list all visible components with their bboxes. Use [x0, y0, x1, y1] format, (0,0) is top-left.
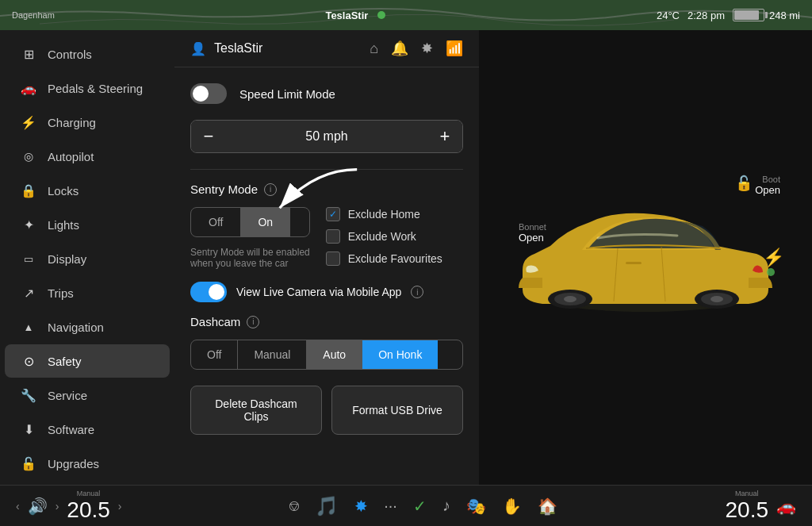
- panel-header-icons: ⌂ 🔔 ✸ 📶: [370, 40, 463, 57]
- safety-icon: ⊙: [21, 353, 36, 369]
- boot-label: Boot Open: [755, 175, 780, 196]
- media-icon[interactable]: 🎵: [315, 495, 339, 517]
- delete-dashcam-button[interactable]: Delete Dashcam Clips: [190, 386, 322, 435]
- live-camera-toggle[interactable]: [190, 282, 227, 302]
- software-icon: ⬇: [21, 421, 36, 437]
- hand-icon[interactable]: ✋: [502, 497, 522, 516]
- exclude-home-checkbox[interactable]: ✓: [326, 207, 340, 221]
- autopilot-icon: ◎: [21, 148, 36, 164]
- exclude-work-item[interactable]: Exclude Work: [326, 229, 442, 244]
- steering-icon[interactable]: ⎊: [289, 497, 299, 515]
- lights-icon: ✦: [21, 217, 36, 232]
- bonnet-status: Open: [519, 232, 546, 244]
- live-camera-info-icon[interactable]: i: [411, 286, 423, 298]
- volume-icon[interactable]: 🔊: [28, 497, 48, 516]
- car-bottom-icon[interactable]: 🚗: [776, 497, 796, 516]
- format-usb-button[interactable]: Format USB Drive: [331, 386, 463, 435]
- live-camera-row: View Live Camera via Mobile App i: [190, 282, 463, 302]
- home-icon[interactable]: ⌂: [370, 40, 378, 57]
- dashcam-info-icon[interactable]: i: [247, 316, 259, 328]
- right-chevron-vol[interactable]: ›: [56, 500, 59, 513]
- sidebar-label-safety: Safety: [48, 355, 82, 368]
- user-icon: 👤: [190, 41, 206, 56]
- exclude-favourites-checkbox[interactable]: [326, 251, 340, 266]
- sidebar-label-pedals: Pedals & Steering: [48, 82, 143, 95]
- battery-miles: 248 mi: [769, 10, 800, 21]
- bottom-bar: ‹ 🔊 › Manual 20.5 › ⎊ 🎵 ✸ ··· ✓ ♪ 🎭 ✋ 🏠 …: [0, 485, 812, 526]
- dashcam-manual-button[interactable]: Manual: [238, 340, 307, 369]
- sidebar-item-charging[interactable]: ⚡ Charging: [5, 106, 170, 139]
- sidebar-item-display[interactable]: ▭ Display: [5, 242, 170, 275]
- battery-indicator: 248 mi: [733, 9, 800, 21]
- panel-header-left: 👤 TeslaStir: [190, 41, 262, 56]
- wifi-icon[interactable]: 📶: [446, 40, 463, 57]
- sidebar-label-locks: Locks: [48, 184, 79, 198]
- dashcam-off-button[interactable]: Off: [191, 340, 238, 369]
- sidebar-item-trips[interactable]: ↗ Trips: [5, 276, 170, 309]
- sidebar-item-lights[interactable]: ✦ Lights: [5, 208, 170, 241]
- sidebar-item-service[interactable]: 🔧 Service: [5, 378, 170, 412]
- sentry-mode-label: Sentry Mode: [190, 182, 258, 196]
- speed-limit-toggle[interactable]: [190, 83, 227, 104]
- sidebar-item-controls[interactable]: ⊞ Controls: [5, 37, 170, 71]
- audio-icon[interactable]: 🎭: [466, 497, 486, 516]
- speed-limit-section: Speed Limit Mode: [190, 83, 463, 104]
- home-bottom-icon[interactable]: 🏠: [538, 497, 557, 516]
- bell-icon[interactable]: 🔔: [391, 40, 408, 57]
- speed-control: − 50 mph +: [190, 120, 463, 153]
- more-icon[interactable]: ···: [384, 497, 397, 515]
- sidebar-label-trips: Trips: [48, 286, 74, 300]
- sidebar-item-pedals[interactable]: 🚗 Pedals & Steering: [5, 71, 170, 105]
- sidebar-label-navigation: Navigation: [48, 321, 104, 334]
- sentry-row: Off On Sentry Mode will be enabledwhen y…: [190, 207, 463, 269]
- dashcam-honk-button[interactable]: On Honk: [362, 340, 438, 369]
- dashcam-label: Dashcam: [190, 315, 240, 328]
- left-temp-label: Manual: [77, 490, 101, 497]
- battery-bar: [733, 9, 764, 21]
- dashcam-section-title: Dashcam i: [190, 315, 463, 328]
- sentry-off-button[interactable]: Off: [191, 208, 240, 236]
- speed-limit-label: Speed Limit Mode: [239, 87, 335, 101]
- panel-header: 👤 TeslaStir ⌂ 🔔 ✸ 📶: [174, 30, 479, 67]
- exclude-work-checkbox[interactable]: [326, 229, 340, 244]
- right-temp: 20.5: [726, 497, 769, 523]
- sentry-checkboxes: ✓ Exclude Home Exclude Work Exclude Favo…: [326, 207, 442, 266]
- right-chevron-temp[interactable]: ›: [118, 500, 122, 513]
- exclude-home-item[interactable]: ✓ Exclude Home: [326, 207, 442, 221]
- exclude-home-label: Exclude Home: [348, 208, 420, 221]
- spotify-icon[interactable]: ♪: [442, 497, 450, 515]
- sidebar-item-autopilot[interactable]: ◎ Autopilot: [5, 140, 170, 173]
- sidebar-label-upgrades: Upgrades: [48, 457, 99, 470]
- battery-fill: [734, 10, 759, 20]
- sentry-buttons: Off On: [190, 207, 310, 237]
- sentry-on-button[interactable]: On: [240, 208, 290, 236]
- speed-decrease-button[interactable]: −: [191, 121, 226, 152]
- sidebar-item-software[interactable]: ⬇ Software: [5, 413, 170, 446]
- sidebar-label-controls: Controls: [48, 48, 92, 61]
- sidebar-item-locks[interactable]: 🔒 Locks: [5, 174, 170, 207]
- dashcam-auto-button[interactable]: Auto: [307, 340, 362, 369]
- upgrades-icon: 🔓: [21, 455, 36, 471]
- sidebar-item-safety[interactable]: ⊙ Safety: [5, 344, 170, 378]
- sentry-info-icon[interactable]: i: [264, 183, 277, 196]
- bluetooth-icon[interactable]: ✸: [421, 40, 433, 57]
- green-dot: [377, 11, 385, 19]
- sidebar-item-upgrades[interactable]: 🔓 Upgrades: [5, 447, 170, 480]
- bonnet-label: Bonnet Open: [519, 222, 546, 244]
- bluetooth-bottom-icon[interactable]: ✸: [354, 497, 368, 516]
- sidebar-item-navigation[interactable]: ▲ Navigation: [5, 310, 170, 344]
- left-chevron[interactable]: ‹: [16, 500, 20, 513]
- panel-content: Speed Limit Mode − 50 mph + Sentry Mode …: [174, 67, 479, 451]
- bottom-left: ‹ 🔊 › Manual 20.5 ›: [16, 490, 122, 523]
- exclude-favourites-item[interactable]: Exclude Favourites: [326, 251, 442, 266]
- sentry-mode-section: Sentry Mode i: [190, 182, 463, 196]
- exclude-favourites-label: Exclude Favourites: [348, 252, 442, 265]
- sentry-note: Sentry Mode will be enabledwhen you leav…: [190, 247, 310, 269]
- svg-rect-8: [626, 262, 642, 264]
- sidebar: ⊞ Controls 🚗 Pedals & Steering ⚡ Chargin…: [0, 30, 174, 485]
- time: 2:28 pm: [688, 10, 725, 21]
- speed-increase-button[interactable]: +: [427, 121, 462, 152]
- right-temp-label: Manual: [735, 490, 759, 497]
- check-icon[interactable]: ✓: [413, 497, 427, 516]
- dashcam-buttons: Off Manual Auto On Honk: [190, 340, 463, 370]
